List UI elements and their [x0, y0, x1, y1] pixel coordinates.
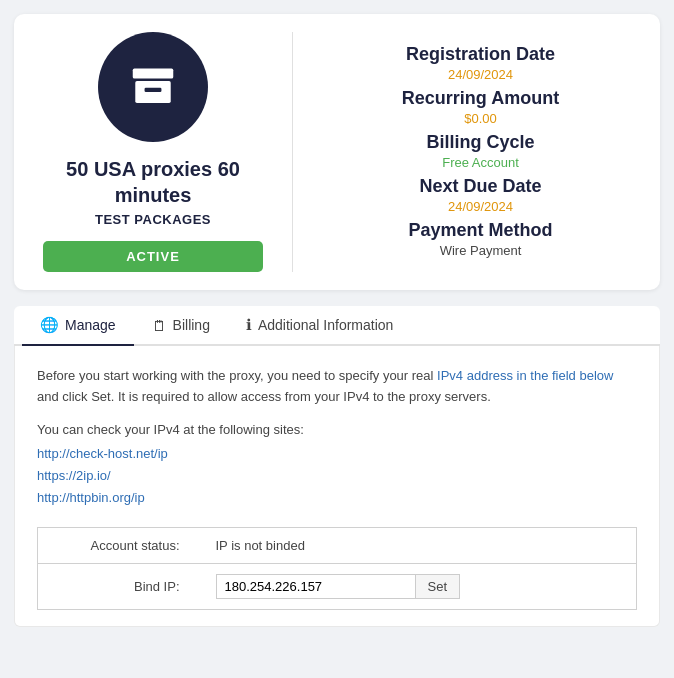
svg-rect-0 — [133, 68, 174, 78]
top-card: 50 USA proxies 60 minutes TEST PACKAGES … — [14, 14, 660, 290]
product-subtitle: TEST PACKAGES — [95, 212, 211, 227]
payment-method-value: Wire Payment — [325, 243, 636, 260]
bind-ip-label: Bind IP: — [38, 563, 198, 609]
links-header: You can check your IPv4 at the following… — [37, 422, 637, 437]
billing-cycle-row: Billing Cycle Free Account — [325, 130, 636, 172]
file-icon: 🗒 — [152, 317, 167, 334]
account-status-row: Account status: IP is not binded — [38, 527, 637, 563]
product-info-right: Registration Date 24/09/2024 Recurring A… — [317, 32, 636, 272]
check-ipv4-section: You can check your IPv4 at the following… — [37, 422, 637, 509]
box-archive-icon — [126, 60, 180, 114]
tab-billing-label: Billing — [173, 317, 210, 333]
tab-billing[interactable]: 🗒 Billing — [134, 306, 228, 346]
account-info-table: Account status: IP is not binded Bind IP… — [37, 527, 637, 610]
next-due-date-value: 24/09/2024 — [325, 199, 636, 216]
bind-ip-input[interactable] — [216, 574, 416, 599]
billing-cycle-label: Billing Cycle — [325, 130, 636, 155]
registration-date-label: Registration Date — [325, 42, 636, 67]
vertical-divider — [292, 32, 293, 272]
product-icon-circle — [98, 32, 208, 142]
bind-ip-row: Bind IP: Set — [38, 563, 637, 609]
recurring-amount-value: $0.00 — [325, 111, 636, 128]
svg-rect-2 — [145, 88, 162, 92]
bind-ip-input-wrap: Set — [216, 574, 619, 599]
recurring-amount-row: Recurring Amount $0.00 — [325, 86, 636, 128]
tab-additional-label: Additional Information — [258, 317, 393, 333]
tab-manage-label: Manage — [65, 317, 116, 333]
payment-method-row: Payment Method Wire Payment — [325, 218, 636, 260]
account-status-label: Account status: — [38, 527, 198, 563]
tab-manage[interactable]: 🌐 Manage — [22, 306, 134, 346]
registration-date-value: 24/09/2024 — [325, 67, 636, 84]
bind-ip-cell: Set — [198, 563, 637, 609]
set-button[interactable]: Set — [416, 574, 461, 599]
proxy-description: Before you start working with the proxy,… — [37, 366, 637, 408]
recurring-amount-label: Recurring Amount — [325, 86, 636, 111]
ipv4-highlight: IPv4 address in the field below — [437, 368, 613, 383]
next-due-date-row: Next Due Date 24/09/2024 — [325, 174, 636, 216]
next-due-date-label: Next Due Date — [325, 174, 636, 199]
billing-cycle-value: Free Account — [325, 155, 636, 172]
globe-icon: 🌐 — [40, 316, 59, 334]
info-icon: ℹ — [246, 316, 252, 334]
link-check-host[interactable]: http://check-host.net/ip — [37, 443, 637, 465]
active-badge: ACTIVE — [43, 241, 263, 272]
tab-content-manage: Before you start working with the proxy,… — [14, 346, 660, 627]
tabs-bar: 🌐 Manage 🗒 Billing ℹ Additional Informat… — [14, 306, 660, 346]
link-2ip[interactable]: https://2ip.io/ — [37, 465, 637, 487]
product-left-section: 50 USA proxies 60 minutes TEST PACKAGES … — [38, 32, 268, 272]
link-httpbin[interactable]: http://httpbin.org/ip — [37, 487, 637, 509]
account-status-value: IP is not binded — [198, 527, 637, 563]
registration-date-row: Registration Date 24/09/2024 — [325, 42, 636, 84]
tab-additional-info[interactable]: ℹ Additional Information — [228, 306, 411, 346]
product-title: 50 USA proxies 60 minutes — [38, 156, 268, 208]
payment-method-label: Payment Method — [325, 218, 636, 243]
